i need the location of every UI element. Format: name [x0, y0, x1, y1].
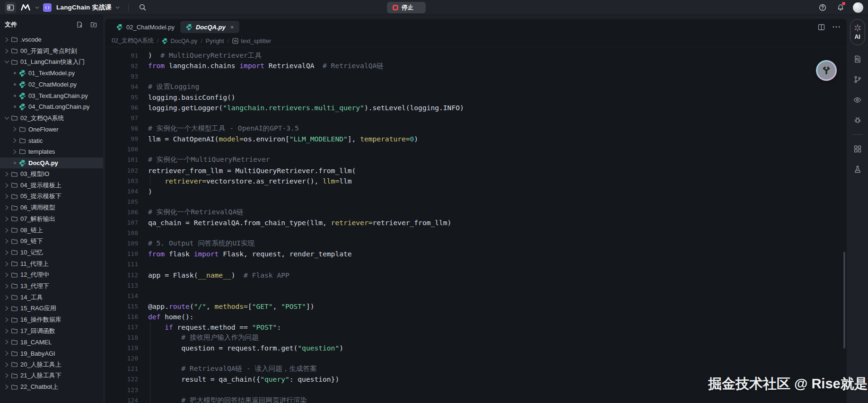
tree-item-10_记忆[interactable]: 10_记忆 [0, 247, 103, 258]
widgets-icon[interactable] [851, 143, 864, 155]
tree-item-04_ChatLongChain.py[interactable]: 04_ChatLongChain.py [0, 101, 103, 113]
tree-item-01_LangChain快速入门[interactable]: 01_LangChain快速入门 [0, 56, 103, 68]
tree-item-03_TextLangChain.py[interactable]: 03_TextLangChain.py [0, 90, 103, 101]
assistant-floating-avatar[interactable] [816, 60, 837, 81]
tree-item-12_代理中[interactable]: 12_代理中 [0, 269, 103, 280]
chevron-collapsed-icon[interactable] [5, 183, 9, 188]
avatar[interactable] [853, 2, 863, 13]
code-line-107[interactable]: 107qa_chain = RetrievalQA.from_chain_typ… [105, 218, 847, 228]
help-icon[interactable] [817, 2, 828, 13]
tree-item-07_解析输出[interactable]: 07_解析输出 [0, 213, 103, 225]
tree-item-08_链上[interactable]: 08_链上 [0, 225, 103, 236]
tree-item-04_提示模板上[interactable]: 04_提示模板上 [0, 180, 103, 191]
flask-icon[interactable] [851, 163, 864, 175]
chevron-collapsed-icon[interactable] [5, 205, 9, 210]
chevron-collapsed-icon[interactable] [5, 194, 9, 199]
code-line-92[interactable]: 92from langchain.chains import Retrieval… [105, 61, 847, 71]
ai-assistant-button[interactable]: AI [850, 19, 865, 45]
tree-item-03_模型IO[interactable]: 03_模型IO [0, 168, 103, 180]
more-icon[interactable] [833, 26, 840, 28]
tree-item-01_TextModel.py[interactable]: 01_TextModel.py [0, 68, 103, 79]
tree-item-static[interactable]: static [0, 135, 103, 146]
chevron-collapsed-icon[interactable] [5, 37, 9, 42]
tree-item-.vscode[interactable]: .vscode [0, 34, 103, 45]
tree-item-DocQA.py[interactable]: DocQA.py [0, 158, 103, 169]
tree-item-17_回调函数[interactable]: 17_回调函数 [0, 325, 103, 337]
close-icon[interactable]: × [230, 24, 234, 31]
tree-item-11_代理上[interactable]: 11_代理上 [0, 258, 103, 270]
tree-item-templates[interactable]: templates [0, 146, 103, 158]
chevron-collapsed-icon[interactable] [5, 385, 9, 389]
new-file-icon[interactable] [75, 20, 84, 29]
find-in-file-icon[interactable] [851, 53, 864, 65]
tree-item-15_RAG应用[interactable]: 15_RAG应用 [0, 303, 103, 315]
chevron-down-icon[interactable] [35, 6, 39, 9]
chevron-expanded-icon[interactable] [4, 116, 9, 120]
code-line-120[interactable]: 120 [105, 353, 847, 364]
chevron-collapsed-icon[interactable] [5, 351, 9, 356]
new-folder-icon[interactable] [89, 20, 98, 29]
code-line-91[interactable]: 91) # MultiQueryRetriever工具 [105, 50, 847, 61]
code-line-118[interactable]: 118 # 接收用户输入作为问题 [105, 333, 847, 343]
code-line-103[interactable]: 103 retriever=vectorstore.as_retriever()… [105, 175, 847, 186]
chevron-collapsed-icon[interactable] [5, 340, 9, 344]
chevron-collapsed-icon[interactable] [5, 239, 9, 244]
tree-item-14_工具[interactable]: 14_工具 [0, 292, 103, 303]
code-line-123[interactable]: 123 [105, 385, 847, 395]
split-view-icon[interactable] [818, 24, 825, 31]
tab-DocQA.py[interactable]: DocQA.py× [180, 21, 239, 33]
chevron-collapsed-icon[interactable] [13, 138, 17, 143]
chevron-collapsed-icon[interactable] [5, 250, 9, 255]
tree-item-02_ChatModel.py[interactable]: 02_ChatModel.py [0, 79, 103, 90]
tree-item-00_开篇词_奇点时刻[interactable]: 00_开篇词_奇点时刻 [0, 45, 103, 57]
code-line-101[interactable]: 101# 实例化一个MultiQueryRetriever [105, 155, 847, 165]
tree-item-06_调用模型[interactable]: 06_调用模型 [0, 202, 103, 213]
breadcrumb-item-DocQA.py[interactable]: DocQA.py [162, 38, 197, 44]
code-line-122[interactable]: 122 result = qa_chain({"query": question… [105, 374, 847, 385]
chevron-collapsed-icon[interactable] [5, 228, 9, 233]
stop-button[interactable]: 停止 [387, 2, 426, 13]
code-line-96[interactable]: 96logging.getLogger("langchain.retriever… [105, 102, 847, 113]
code-line-95[interactable]: 95logging.basicConfig() [105, 92, 847, 102]
chevron-collapsed-icon[interactable] [5, 49, 9, 53]
chevron-expanded-icon[interactable] [4, 61, 9, 64]
code-line-117[interactable]: 117 if request.method == "POST": [105, 322, 847, 332]
chevron-collapsed-icon[interactable] [5, 306, 9, 311]
code-line-108[interactable]: 108 [105, 228, 847, 238]
debug-icon[interactable] [851, 114, 864, 126]
chevron-collapsed-icon[interactable] [13, 127, 17, 131]
code-line-106[interactable]: 106# 实例化一个RetrievalQA链 [105, 207, 847, 217]
tree-item-05_提示模板下[interactable]: 05_提示模板下 [0, 191, 103, 202]
code-line-110[interactable]: 110from flask import Flask, request, ren… [105, 249, 847, 259]
tree-item-13_代理下[interactable]: 13_代理下 [0, 280, 103, 292]
chevron-collapsed-icon[interactable] [5, 272, 9, 277]
code-line-109[interactable]: 109# 5. Output 问答系统的UI实现 [105, 238, 847, 249]
code-line-97[interactable]: 97 [105, 113, 847, 123]
chevron-collapsed-icon[interactable] [5, 329, 9, 333]
code-line-99[interactable]: 99llm = ChatOpenAI(model=os.environ["LLM… [105, 134, 847, 144]
chevron-collapsed-icon[interactable] [13, 149, 17, 154]
breadcrumb-item-02_文档QA系统[interactable]: 02_文档QA系统 [112, 37, 154, 45]
code-line-114[interactable]: 114 [105, 290, 847, 301]
code-line-93[interactable]: 93 [105, 71, 847, 81]
code-line-115[interactable]: 115@app.route("/", methods=["GET", "POST… [105, 301, 847, 311]
chevron-collapsed-icon[interactable] [5, 362, 9, 367]
code-line-111[interactable]: 111 [105, 259, 847, 270]
tree-item-18_CAMEL[interactable]: 18_CAMEL [0, 337, 103, 348]
chevron-collapsed-icon[interactable] [5, 295, 9, 300]
notifications-icon[interactable] [835, 2, 846, 13]
code-vision-icon[interactable] [851, 94, 864, 106]
chevron-collapsed-icon[interactable] [5, 317, 9, 322]
code-line-102[interactable]: 102retriever_from_llm = MultiQueryRetrie… [105, 165, 847, 175]
code-line-112[interactable]: 112app = Flask(__name__) # Flask APP [105, 270, 847, 280]
workspace-name[interactable]: LangChain 实战课 [56, 3, 112, 12]
tree-item-22_Chatbot上[interactable]: 22_Chatbot上 [0, 381, 103, 393]
breadcrumb-item-text_splitter[interactable]: text_splitter [232, 38, 271, 44]
code-line-104[interactable]: 104) [105, 186, 847, 196]
chevron-down-icon[interactable] [115, 6, 120, 9]
tab-02_ChatModel.py[interactable]: 02_ChatModel.py [111, 21, 180, 33]
breadcrumb-item-Pyright[interactable]: Pyright [206, 38, 224, 44]
fleet-logo[interactable] [20, 2, 31, 13]
vertical-scrollbar[interactable] [843, 252, 845, 349]
code-line-119[interactable]: 119 question = request.form.get("questio… [105, 343, 847, 353]
